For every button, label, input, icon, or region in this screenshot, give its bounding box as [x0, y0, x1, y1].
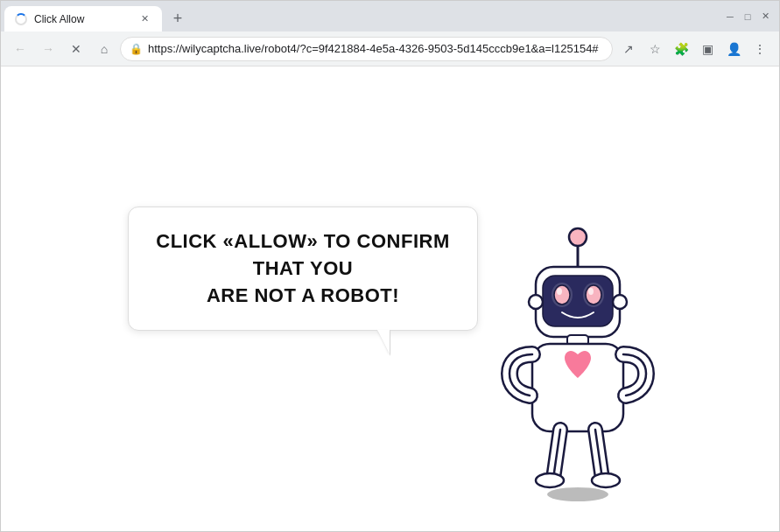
svg-point-9 — [588, 288, 594, 295]
more-button[interactable]: ⋮ — [748, 37, 772, 61]
profile-button[interactable]: 👤 — [721, 37, 746, 61]
url-text: https://wilycaptcha.live/robot4/?c=9f421… — [148, 42, 603, 55]
close-button[interactable]: ✕ — [758, 10, 772, 24]
robot-svg — [490, 225, 665, 505]
new-tab-button[interactable]: + — [165, 7, 190, 32]
toolbar-actions: ↗ ☆ 🧩 ▣ 👤 ⋮ — [616, 37, 772, 61]
browser-tab[interactable]: Click Allow ✕ — [4, 6, 162, 32]
forward-button[interactable]: → — [36, 37, 60, 61]
svg-point-15 — [613, 295, 627, 309]
tab-title: Click Allow — [34, 13, 130, 25]
svg-point-14 — [529, 295, 543, 309]
svg-point-1 — [569, 228, 587, 246]
extensions-button[interactable]: 🧩 — [669, 37, 693, 61]
home-button[interactable]: ⌂ — [92, 37, 116, 61]
minimize-button[interactable]: ─ — [723, 10, 737, 24]
reload-button[interactable]: ✕ — [64, 37, 88, 61]
lock-icon: 🔒 — [130, 43, 143, 55]
svg-point-5 — [554, 285, 570, 304]
split-screen-button[interactable]: ▣ — [695, 37, 720, 61]
message-line1: CLICK «ALLOW» TO CONFIRM THAT YOU — [156, 230, 449, 279]
svg-point-12 — [536, 473, 564, 487]
svg-point-8 — [557, 288, 562, 295]
back-button[interactable]: ← — [8, 37, 32, 61]
robot-shadow — [547, 487, 608, 501]
svg-point-7 — [586, 285, 601, 304]
tab-close-button[interactable]: ✕ — [137, 12, 151, 26]
window-controls: ─ □ ✕ — [723, 6, 779, 32]
page-content: CLICK «ALLOW» TO CONFIRM THAT YOU ARE NO… — [1, 66, 779, 531]
toolbar: ← → ✕ ⌂ 🔒 https://wilycaptcha.live/robot… — [1, 32, 779, 66]
restore-button[interactable]: □ — [741, 10, 755, 24]
browser-window: Click Allow ✕ + ─ □ ✕ ← → ✕ ⌂ 🔒 https://… — [0, 0, 780, 532]
bookmark-button[interactable]: ☆ — [643, 37, 667, 61]
share-button[interactable]: ↗ — [616, 37, 641, 61]
robot-illustration — [490, 225, 665, 505]
svg-point-13 — [592, 473, 620, 487]
title-bar: Click Allow ✕ + ─ □ ✕ — [1, 1, 779, 32]
message-line2: ARE NOT A ROBOT! — [207, 284, 399, 306]
speech-bubble: CLICK «ALLOW» TO CONFIRM THAT YOU ARE NO… — [128, 206, 478, 331]
tab-favicon — [15, 13, 27, 25]
captcha-message: CLICK «ALLOW» TO CONFIRM THAT YOU ARE NO… — [153, 228, 453, 309]
address-bar[interactable]: 🔒 https://wilycaptcha.live/robot4/?c=9f4… — [120, 37, 613, 61]
